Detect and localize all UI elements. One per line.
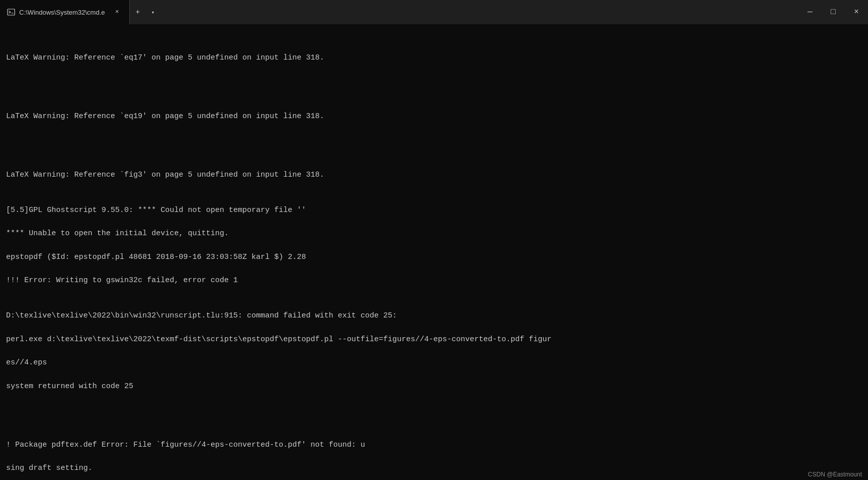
terminal-line: epstopdf ($Id: epstopdf.pl 48681 2018-09… <box>6 251 862 263</box>
statusbar-text: CSDN @Eastmount <box>808 471 862 478</box>
close-button[interactable]: × <box>845 0 868 24</box>
terminal-line: ! Package pdftex.def Error: File `figure… <box>6 439 862 451</box>
terminal-line <box>6 75 862 87</box>
terminal-line <box>6 298 862 310</box>
terminal-line: **** Unable to open the initial device, … <box>6 228 862 239</box>
terminal-line: es//4.eps <box>6 357 862 368</box>
terminal-line: LaTeX Warning: Reference `eq19' on page … <box>6 111 862 122</box>
active-tab[interactable]: C:\Windows\System32\cmd.e × <box>0 0 130 24</box>
terminal-line: sing draft setting. <box>6 462 862 474</box>
terminal-line: LaTeX Warning: Reference `eq17' on page … <box>6 52 862 64</box>
terminal-line: perl.exe d:\texlive\texlive\2022\texmf-d… <box>6 334 862 345</box>
terminal-line <box>6 134 862 145</box>
terminal-line <box>6 99 862 111</box>
terminal-line <box>6 404 862 415</box>
terminal-line <box>6 157 862 169</box>
terminal-line <box>6 40 862 51</box>
terminal-line: !!! Error: Writing to gswin32c failed, e… <box>6 275 862 286</box>
maximize-button[interactable]: □ <box>822 0 845 24</box>
terminal-line: [5.5]GPL Ghostscript 9.55.0: **** Could … <box>6 204 862 216</box>
titlebar-left: C:\Windows\System32\cmd.e × + ▾ <box>0 0 798 24</box>
window-controls: — □ × <box>798 0 868 24</box>
tab-dropdown-button[interactable]: ▾ <box>146 4 160 20</box>
terminal-output: LaTeX Warning: Reference `eq17' on page … <box>0 24 868 480</box>
minimize-button[interactable]: — <box>798 0 822 24</box>
svg-rect-0 <box>8 9 15 15</box>
new-tab-button[interactable]: + <box>130 4 146 20</box>
terminal-line <box>6 428 862 439</box>
statusbar: CSDN @Eastmount <box>802 469 868 480</box>
tab-close-button[interactable]: × <box>112 7 122 17</box>
terminal-line: D:\texlive\texlive\2022\bin\win32\runscr… <box>6 310 862 322</box>
terminal-line <box>6 193 862 204</box>
titlebar: C:\Windows\System32\cmd.e × + ▾ — □ × <box>0 0 868 24</box>
tab-label: C:\Windows\System32\cmd.e <box>19 9 105 16</box>
terminal-line: LaTeX Warning: Reference `fig3' on page … <box>6 169 862 181</box>
terminal-icon <box>7 8 15 16</box>
terminal-line: system returned with code 25 <box>6 381 862 392</box>
